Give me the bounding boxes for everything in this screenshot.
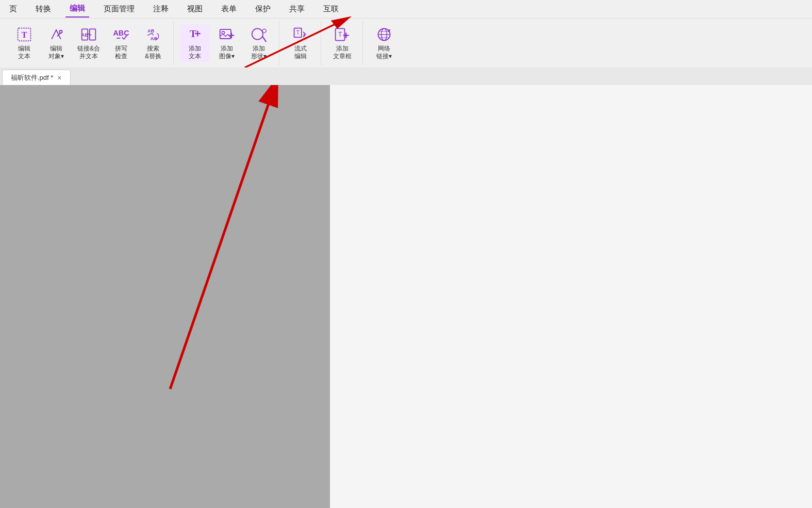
- add-shape-button[interactable]: 添加形状▾: [244, 24, 274, 62]
- flow-edit-label: 流式编辑: [294, 45, 307, 60]
- menu-item-bianji[interactable]: 编辑: [65, 1, 89, 18]
- link-merge-label: 链接&合并文本: [77, 45, 100, 60]
- svg-line-35: [170, 90, 273, 389]
- menu-item-gongxiang[interactable]: 共享: [285, 1, 309, 17]
- svg-text:AB: AB: [147, 29, 154, 34]
- menu-bar: 页 转换 编辑 页面管理 注释 视图 表单 保护 共享 互联: [0, 0, 812, 19]
- spell-check-label: 拼写检查: [115, 45, 127, 60]
- add-article-label: 添加文章框: [333, 45, 352, 60]
- right-panel: [330, 85, 812, 508]
- svg-point-19: [262, 29, 266, 32]
- web-link-label: 网络链接▾: [376, 45, 392, 60]
- svg-line-18: [262, 37, 266, 42]
- web-link-button[interactable]: 网络链接▾: [369, 24, 399, 62]
- content-arrow: [0, 85, 330, 508]
- ribbon-group-insert: T 添加文本 添加图像: [175, 21, 279, 65]
- svg-text:T: T: [338, 31, 342, 38]
- add-text-icon: T: [187, 26, 203, 43]
- web-link-icon: [376, 26, 392, 43]
- add-text-button[interactable]: T 添加文本: [180, 24, 210, 62]
- edit-object-button[interactable]: 编辑对象▾: [41, 24, 71, 62]
- search-replace-label: 搜索&替换: [145, 45, 161, 60]
- tab-bar: 福昕软件.pdf * ×: [0, 67, 812, 85]
- add-image-icon: [219, 26, 235, 43]
- edit-object-label: 编辑对象▾: [48, 45, 64, 60]
- svg-text:T: T: [22, 30, 27, 39]
- edit-text-icon: T: [16, 26, 32, 43]
- menu-item-zhuanhuan[interactable]: 转换: [31, 1, 55, 17]
- search-replace-icon: AB AC: [145, 26, 161, 43]
- menu-item-baohu[interactable]: 保护: [251, 1, 275, 17]
- main-area: [0, 85, 812, 508]
- menu-item-ye[interactable]: 页: [5, 1, 21, 17]
- ribbon-group-text-edit: T 编辑文本 编辑对象▾: [4, 21, 174, 65]
- menu-item-hulian[interactable]: 互联: [319, 1, 343, 17]
- spell-check-icon: ABC: [113, 26, 129, 43]
- menu-item-yemian[interactable]: 页面管理: [100, 1, 139, 17]
- menu-item-biaodan[interactable]: 表单: [217, 1, 241, 17]
- add-article-icon: T: [334, 26, 351, 43]
- edit-text-button[interactable]: T 编辑文本: [9, 24, 39, 62]
- menu-item-zhushi[interactable]: 注释: [149, 1, 173, 17]
- pdf-canvas[interactable]: [0, 85, 330, 508]
- search-replace-button[interactable]: AB AC 搜索&替换: [138, 24, 168, 62]
- ribbon-group-flow: T 流式编辑: [280, 21, 321, 65]
- tab-filename: 福昕软件.pdf *: [11, 73, 53, 82]
- add-image-button[interactable]: 添加图像▾: [212, 24, 242, 62]
- svg-text:T: T: [296, 29, 300, 36]
- ribbon: T 编辑文本 编辑对象▾: [0, 19, 812, 67]
- menu-item-shitu[interactable]: 视图: [183, 1, 207, 17]
- svg-rect-5: [90, 29, 96, 40]
- svg-point-2: [59, 30, 62, 33]
- svg-point-14: [222, 31, 224, 34]
- tab-close-button[interactable]: ×: [57, 74, 61, 82]
- link-merge-icon: AB: [80, 26, 97, 43]
- edit-text-label: 编辑文本: [18, 45, 30, 60]
- add-shape-icon: [251, 26, 267, 43]
- spell-check-button[interactable]: ABC 拼写检查: [106, 24, 136, 62]
- ribbon-group-article: T 添加文章框: [322, 21, 363, 65]
- edit-object-icon: [48, 26, 64, 43]
- flow-edit-button[interactable]: T 流式编辑: [286, 24, 316, 62]
- link-merge-button[interactable]: AB 链接&合并文本: [73, 24, 104, 62]
- add-text-label: 添加文本: [189, 45, 201, 60]
- ribbon-group-web: 网络链接▾: [364, 21, 404, 65]
- add-shape-label: 添加形状▾: [251, 45, 267, 60]
- flow-edit-icon: T: [292, 26, 309, 43]
- add-article-button[interactable]: T 添加文章框: [327, 24, 357, 62]
- svg-point-17: [252, 29, 263, 40]
- add-image-label: 添加图像▾: [219, 45, 235, 60]
- svg-text:AB: AB: [81, 32, 88, 38]
- svg-rect-13: [220, 29, 231, 39]
- pdf-tab[interactable]: 福昕软件.pdf * ×: [2, 70, 71, 85]
